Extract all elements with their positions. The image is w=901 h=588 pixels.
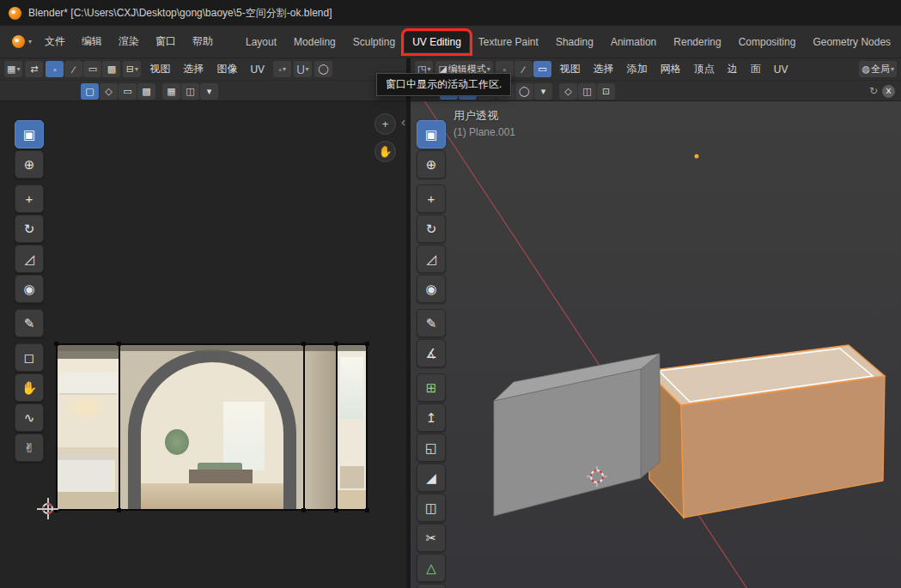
tool-icon: ⊞ xyxy=(426,380,437,396)
viewport-menu-item[interactable]: 面 xyxy=(745,60,767,78)
blender-menu-button[interactable]: ▾ xyxy=(7,33,37,51)
uv-tool-pinch[interactable]: ✌ xyxy=(15,433,44,462)
viewport-tool-measure[interactable]: ∡ xyxy=(417,339,446,367)
pivot-point-dropdown[interactable]: ◦ ▾ xyxy=(273,61,291,77)
viewport-header-toggle-proportional-menu[interactable]: ▾ xyxy=(534,83,552,100)
viewport-menu-item[interactable]: 边 xyxy=(721,60,744,78)
uv-menu-item[interactable]: 视图 xyxy=(143,60,176,78)
viewport-tool-transform[interactable]: ◉ xyxy=(417,275,446,303)
uv-menu-item[interactable]: UV xyxy=(244,62,271,77)
viewport-header-toggle-proportional[interactable]: ◯ xyxy=(515,83,533,100)
gizmo-x-axis[interactable]: X xyxy=(882,85,895,98)
image-editor-icon: ▦ xyxy=(7,64,15,75)
viewport-menu-item[interactable]: 选择 xyxy=(587,60,620,78)
viewport-tool-spin[interactable]: ↺ xyxy=(417,584,446,588)
region-collapse-arrow[interactable]: ‹ xyxy=(401,115,405,129)
uv-tool-grab[interactable]: ✋ xyxy=(15,373,44,402)
uv-select-mode-island[interactable]: ▩ xyxy=(102,61,120,77)
uv-menu-item[interactable]: 选择 xyxy=(177,60,210,78)
uv-header-toggle-mode-edge[interactable]: ◇ xyxy=(100,83,118,100)
tooltip-text: 窗口中显示的活动工作区. xyxy=(386,78,502,90)
workspace-tab[interactable]: UV Editing xyxy=(405,32,469,52)
uv-header-toggle-overlay-a[interactable]: ▦ xyxy=(162,83,180,100)
uv-header-toggle-overlay-b[interactable]: ◫ xyxy=(181,83,199,100)
snap-dropdown[interactable]: ⋃ ▾ xyxy=(294,61,312,77)
workspace-tab[interactable]: Geometry Nodes xyxy=(805,32,898,52)
workspace-tab[interactable]: Shading xyxy=(548,32,601,52)
viewport-menu-item[interactable]: 顶点 xyxy=(688,60,721,78)
proportional-edit-toggle[interactable]: ◯ xyxy=(314,61,332,77)
viewport-tool-extrude-region[interactable]: ↥ xyxy=(417,403,446,432)
uv-canvas[interactable]: ▣ ⊕ + ↻ ◿ ◉ ✎ ◻ xyxy=(0,101,406,588)
tool-icon: ⊕ xyxy=(426,157,437,173)
uv-tool-select-box[interactable]: ▣ xyxy=(15,120,44,149)
chevron-down-icon: ▾ xyxy=(28,38,32,45)
uv-tool-move[interactable]: + xyxy=(15,185,44,213)
viewport-tool-annotate[interactable]: ✎ xyxy=(417,309,446,337)
viewport-tool-select-box[interactable]: ▣ xyxy=(417,120,446,149)
tool-icon: ◫ xyxy=(425,500,437,516)
workspace-tab[interactable]: Texture Paint xyxy=(471,32,546,52)
viewport-tool-inset-faces[interactable]: ◱ xyxy=(417,433,446,462)
menu-item[interactable]: 文件 xyxy=(37,31,73,52)
viewport-tool-poly-build[interactable]: △ xyxy=(417,554,446,582)
uv-tool-rip-region[interactable]: ◻ xyxy=(15,343,44,372)
select-mode-icon: ◦ xyxy=(53,64,57,75)
viewport-menu-item[interactable]: 网格 xyxy=(654,60,687,78)
uv-select-mode-face[interactable]: ▭ xyxy=(83,61,101,77)
mesh-select-mode-edge[interactable]: ∕ xyxy=(514,61,533,77)
viewport-tool-move[interactable]: + xyxy=(417,185,446,213)
orbit-gizmo-icon[interactable]: ↻ xyxy=(869,85,878,97)
viewport-header-toggle-xray[interactable]: ◫ xyxy=(578,83,596,100)
viewport-menu-item[interactable]: UV xyxy=(768,62,794,77)
uv-header-toggle-overlay-menu[interactable]: ▾ xyxy=(200,83,218,100)
viewport-header-toggle-shading[interactable]: ⊡ xyxy=(597,83,615,100)
transform-orientation-dropdown[interactable]: ◍ 全局 ▾ xyxy=(859,61,897,77)
viewport-header-toggle-overlays[interactable]: ◇ xyxy=(559,83,577,100)
viewport-tool-rotate[interactable]: ↻ xyxy=(417,215,446,243)
uv-tool-relax[interactable]: ∿ xyxy=(15,403,44,432)
workspace-tab[interactable]: Sculpting xyxy=(345,32,403,52)
uv-select-mode-edge[interactable]: ∕ xyxy=(64,61,82,77)
workspace-tab[interactable]: Modeling xyxy=(286,32,344,52)
menu-item[interactable]: 窗口 xyxy=(148,31,184,52)
window-light xyxy=(340,357,363,419)
uv-tool-scale[interactable]: ◿ xyxy=(15,245,44,273)
menu-item[interactable]: 帮助 xyxy=(185,31,221,52)
uv-image[interactable] xyxy=(56,343,368,511)
viewport-tool-add-cube[interactable]: ⊞ xyxy=(417,373,446,402)
uv-2d-cursor[interactable] xyxy=(40,501,55,516)
viewport-canvas[interactable]: 用户透视 (1) Plane.001 ▣ ⊕ + ↻ ◿ ◉ xyxy=(411,101,901,588)
uv-header-toggle-mode-vertex[interactable]: ▢ xyxy=(81,83,99,100)
uv-sync-toggle[interactable]: ⇄ xyxy=(25,61,43,77)
pan-hand-button[interactable]: ✋ xyxy=(374,141,396,162)
uv-tool-annotate[interactable]: ✎ xyxy=(15,309,44,337)
uv-editor-header: ▦ ▾ ⇄ ◦ ∕ ▭ ▩ xyxy=(0,58,406,101)
menu-item[interactable]: 渲染 xyxy=(111,31,147,52)
sticky-selection-dropdown[interactable]: ⊟ ▾ xyxy=(123,61,141,77)
workspace-tab[interactable]: Compositing xyxy=(731,32,804,52)
workspace-tab[interactable]: Animation xyxy=(603,32,664,52)
viewport-tool-cursor[interactable]: ⊕ xyxy=(417,150,446,179)
mesh-select-mode-face[interactable]: ▭ xyxy=(533,61,551,77)
zoom-in-button[interactable]: + xyxy=(374,113,396,135)
chevron-left-icon: ‹ xyxy=(401,115,405,129)
uv-select-mode-vertex[interactable]: ◦ xyxy=(46,61,64,77)
viewport-menu-item[interactable]: 添加 xyxy=(621,60,654,78)
uv-tool-cursor[interactable]: ⊕ xyxy=(15,150,44,179)
viewport-tool-loop-cut[interactable]: ◫ xyxy=(417,494,446,522)
viewport-tool-scale[interactable]: ◿ xyxy=(417,245,446,273)
toggle-icon: ▩ xyxy=(142,86,150,97)
viewport-menu-item[interactable]: 视图 xyxy=(554,60,587,78)
uv-tool-transform[interactable]: ◉ xyxy=(15,275,44,303)
workspace-tab[interactable]: Layout xyxy=(238,32,284,52)
menu-item[interactable]: 编辑 xyxy=(74,31,110,52)
uv-header-toggle-mode-island[interactable]: ▩ xyxy=(137,83,155,100)
uv-tool-rotate[interactable]: ↻ xyxy=(15,215,44,243)
workspace-tab[interactable]: Rendering xyxy=(666,32,728,52)
editor-type-button[interactable]: ▦ ▾ xyxy=(4,61,22,77)
uv-menu-item[interactable]: 图像 xyxy=(210,60,243,78)
viewport-tool-bevel[interactable]: ◢ xyxy=(417,464,446,492)
uv-header-toggle-mode-face[interactable]: ▭ xyxy=(119,83,137,100)
viewport-tool-knife[interactable]: ✂ xyxy=(417,524,446,552)
